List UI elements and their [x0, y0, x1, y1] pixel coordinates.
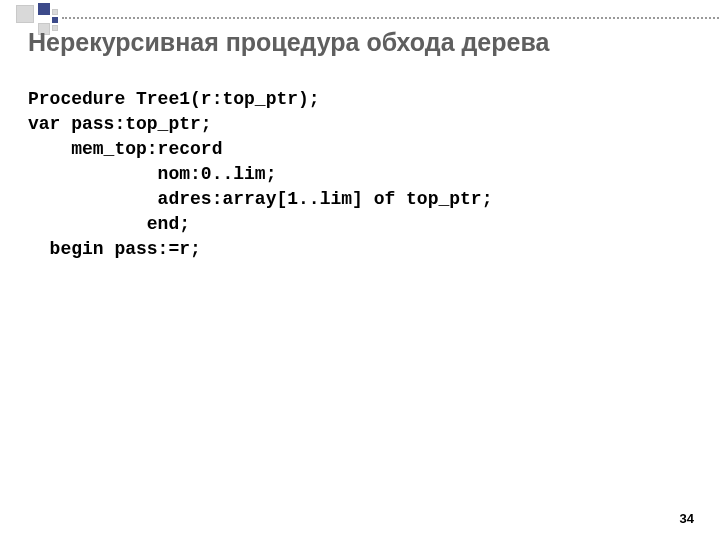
code-block: Procedure Tree1(r:top_ptr); var pass:top… [28, 62, 492, 262]
code-line: var pass:top_ptr; [28, 114, 212, 134]
code-line: begin pass:=r; [28, 239, 201, 259]
slide-title: Нерекурсивная процедура обхода дерева [28, 28, 700, 57]
code-line: nom:0..lim; [28, 164, 276, 184]
decor-square [52, 17, 58, 23]
code-line: adres:array[1..lim] of top_ptr; [28, 189, 492, 209]
code-line: end; [28, 214, 190, 234]
slide: Нерекурсивная процедура обхода дерева Pr… [0, 0, 720, 540]
code-line: Procedure Tree1(r:top_ptr); [28, 89, 320, 109]
dotted-rule [62, 17, 720, 19]
decor-square [16, 5, 34, 23]
decor-square [38, 3, 50, 15]
page-number: 34 [680, 511, 694, 526]
decor-square [52, 9, 58, 15]
code-line: mem_top:record [28, 139, 222, 159]
